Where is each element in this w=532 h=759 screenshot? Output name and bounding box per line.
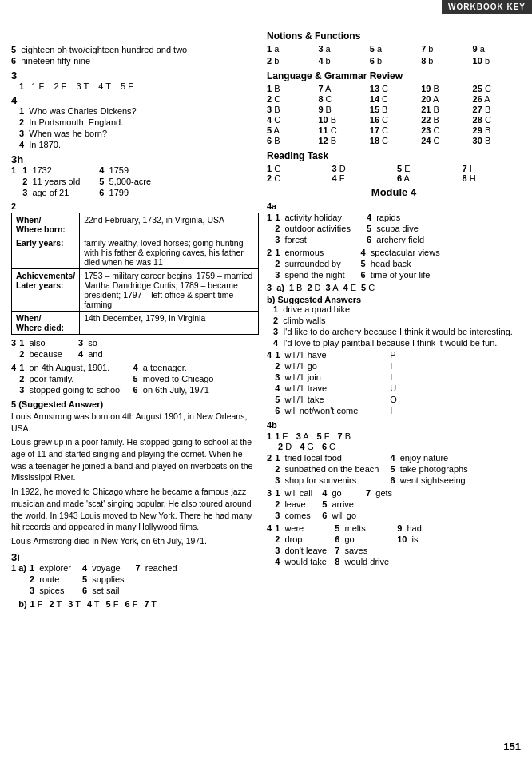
m4b-2: 2 1 tried local food 2 sunbathed on the … xyxy=(267,453,521,487)
m4b-label: 4b xyxy=(267,420,277,430)
s3h-3-num: 3 xyxy=(11,338,16,360)
m4a-3-row: 3 a) 1 B 2 D 3 A 4 E 5 C xyxy=(267,283,521,292)
m4b-4-col3: 9 had 10 is xyxy=(397,523,422,568)
m4b-3-cols: 1 will call 2 leave 3 comes 4 go 5 arriv… xyxy=(275,488,392,522)
achievements-value: 1753 – military career begins; 1759 – ma… xyxy=(80,269,259,312)
table-row-born: When/Where born: 22nd February, 1732, in… xyxy=(12,213,259,236)
m4a-3b-label: b) Suggested Answers xyxy=(267,295,521,304)
achievements-label: Achievements/Later years: xyxy=(12,269,80,312)
lang-row5: 5 A 11 C 17 C 23 C 29 B xyxy=(267,125,521,135)
m4b-3-col1: 1 will call 2 leave 3 comes xyxy=(275,488,312,522)
m4a-4: 4 1 will/'ll have 2 will/'ll go 3 will/'… xyxy=(267,350,521,417)
lang-section: Language & Grammar Review 1 B 7 A 13 C 1… xyxy=(267,70,521,145)
born-value: 22nd February, 1732, in Virginia, USA xyxy=(80,213,259,236)
s3i-1-wrapper: 1 a) xyxy=(11,563,26,597)
m4b-4-col2: 5 melts 6 go 7 saves 8 would drive xyxy=(335,523,389,568)
para-3: In 1922, he moved to Chicago where he be… xyxy=(11,486,259,533)
m4b-1: 1 1 E 3 A 5 F 7 B xyxy=(267,431,521,441)
notions-title: Notions & Functions xyxy=(267,30,521,42)
s3h-4-cols: 1 on 4th August, 1901. 2 poor family. 3 … xyxy=(19,363,213,396)
para-4: Louis Armstrong died in New York, on 6th… xyxy=(11,535,259,547)
died-label: When/Where died: xyxy=(12,312,80,335)
table-row-achievements: Achievements/Later years: 1753 – militar… xyxy=(12,269,259,312)
s3h-1-right: 4 1759 5 5,000-acre 6 1799 xyxy=(99,165,151,199)
s3i-1-num: 1 xyxy=(11,563,16,573)
reading-grid: 1 G 3 D 5 E 7 I 2 C 4 F 6 A 8 H xyxy=(267,164,521,183)
section-5: 5 (Suggested Answer) Louis Armstrong was… xyxy=(11,399,259,547)
reading-row2: 2 C 4 F 6 A 8 H xyxy=(267,173,521,183)
s3i-1b-answers: 1 F 2 T 3 T 4 T 5 F 6 F 7 T xyxy=(30,599,157,609)
s3i-1a-col1: 1 explorer 2 route 3 spices xyxy=(30,563,71,597)
suggested-content: Louis Armstrong was born on 4th August 1… xyxy=(11,411,259,547)
m4b-4: 4 1 were 2 drop 3 don't leave 4 would ta… xyxy=(267,523,521,568)
lang-row4: 4 C 10 B 16 C 22 B 28 C xyxy=(267,115,521,125)
section-4: 4 1 Who was Charles Dickens? 2 In Portsm… xyxy=(11,94,259,149)
item6-text: nineteen fifty-nine xyxy=(21,56,90,66)
m4b-4-cols: 1 were 2 drop 3 don't leave 4 would take… xyxy=(275,523,422,568)
m4b-1-row2: 2 D 4 G 6 C xyxy=(278,442,521,451)
section4-content: 1 Who was Charles Dickens? 2 In Portsmou… xyxy=(11,106,259,149)
page: WORKBOOK KEY 5 eighteen oh two/eighteen … xyxy=(0,0,532,759)
table-row-died: When/Where died: 14th December, 1799, in… xyxy=(12,312,259,335)
died-value: 14th December, 1799, in Virginia xyxy=(80,312,259,335)
section-3i: 3i 1 a) 1 explorer 2 route 3 spices xyxy=(11,551,259,609)
m4a-3: 3 a) 1 B 2 D 3 A 4 E 5 C xyxy=(267,283,521,292)
lang-row2: 2 C 8 C 14 C 20 A 26 A xyxy=(267,94,521,104)
s4-4: 4 In 1870. xyxy=(19,140,259,149)
m4a-2-col2: 4 spectacular views 5 head back 6 time o… xyxy=(361,248,440,281)
s3-answers: 1 F 2 F 3 T 4 T 5 F xyxy=(31,81,133,91)
s3i-1a-label: a) xyxy=(18,563,26,573)
s3h-1: 1 1 1732 2 11 years old 3 age of 21 4 17… xyxy=(11,165,259,199)
s3i-1a-cols: 1 explorer 2 route 3 spices 4 voyage 5 s… xyxy=(30,563,177,597)
s4-2: 2 In Portsmouth, England. xyxy=(19,117,259,127)
page-number: 151 xyxy=(503,741,521,753)
m4b-3: 3 1 will call 2 leave 3 comes 4 go 5 arr… xyxy=(267,488,521,522)
section3h-label: 3h xyxy=(11,153,23,165)
m4a-section: 4a 1 1 activity holiday 2 outdoor activi… xyxy=(267,201,521,417)
top-items: 5 eighteen oh two/eighteen hundred and t… xyxy=(11,45,259,66)
module4-section: Module 4 4a 1 1 activity holiday 2 outdo… xyxy=(267,186,521,568)
s3h-3-cols: 1 also 2 because 3 so 4 and xyxy=(19,338,102,360)
module-title: Module 4 xyxy=(267,186,521,198)
m4a-1: 1 1 activity holiday 2 outdoor activitie… xyxy=(267,213,521,246)
m4b-section: 4b 1 1 E 3 A 5 F 7 B 2 D 4 G xyxy=(267,420,521,568)
m4a-4-col: 1 will/'ll have 2 will/'ll go 3 will/'ll… xyxy=(275,350,397,417)
s3h-3-col1: 1 also 2 because xyxy=(19,338,62,360)
early-label: Early years: xyxy=(12,236,80,269)
lang-grid: 1 B 7 A 13 C 19 B 25 C 2 C 8 C 14 C 20 A… xyxy=(267,84,521,145)
item-6: 6 nineteen fifty-nine xyxy=(11,56,259,66)
m4a-3b: b) Suggested Answers 1 drive a quad bike… xyxy=(267,295,521,348)
lang-title: Language & Grammar Review xyxy=(267,70,521,81)
lang-row3: 3 B 9 B 15 B 21 B 27 B xyxy=(267,105,521,114)
m4b-2-col2: 4 enjoy nature 5 take photographs 6 went… xyxy=(390,453,467,487)
workbook-key-banner: WORKBOOK KEY xyxy=(442,0,532,14)
s3h-4-col2: 4 a teenager. 5 moved to Chicago 6 on 6t… xyxy=(133,363,214,396)
m4b-2-cols: 1 tried local food 2 sunbathed on the be… xyxy=(275,453,468,487)
s3i-1a-col3: 7 reached xyxy=(136,563,177,597)
table-row-early: Early years: family wealthy, loved horse… xyxy=(12,236,259,269)
para-1: Louis Armstrong was born on 4th August 1… xyxy=(11,411,259,434)
s3h-4-num: 4 xyxy=(11,363,16,396)
s3h-3: 3 1 also 2 because 3 so 4 and xyxy=(11,338,259,360)
para-2: Louis grew up in a poor family. He stopp… xyxy=(11,436,259,483)
lang-row6: 6 B 12 B 18 C 24 C 30 B xyxy=(267,136,521,145)
early-value: family wealthy, loved horses; going hunt… xyxy=(80,236,259,269)
washington-table: When/Where born: 22nd February, 1732, in… xyxy=(11,213,259,335)
notions-section: Notions & Functions 1 a 3 a 5 a 7 b 9 a … xyxy=(267,30,521,66)
section3i-label: 3i xyxy=(11,551,20,563)
s3i-1a: 1 a) 1 explorer 2 route 3 spices 4 voyag… xyxy=(11,563,259,597)
born-label: When/Where born: xyxy=(12,213,80,236)
m4a-1-cols: 1 activity holiday 2 outdoor activities … xyxy=(275,213,424,246)
m4b-3-col3: 7 gets xyxy=(366,488,392,522)
m4b-3-col2: 4 go 5 arrive 6 will go xyxy=(322,488,356,522)
s4-1: 1 Who was Charles Dickens? xyxy=(19,106,259,116)
lang-row1: 1 B 7 A 13 C 19 B 25 C xyxy=(267,84,521,93)
item5-text: eighteen oh two/eighteen hundred and two xyxy=(21,45,187,54)
s3h-1-num: 1 xyxy=(11,165,16,199)
left-column: 5 eighteen oh two/eighteen hundred and t… xyxy=(11,26,259,611)
s3h-2-num: 2 xyxy=(11,201,16,211)
s3h-4: 4 1 on 4th August, 1901. 2 poor family. … xyxy=(11,363,259,396)
m4a-2-cols: 1 enormous 2 surrounded by 3 spend the n… xyxy=(275,248,440,281)
suggested-label: 5 (Suggested Answer) xyxy=(11,399,259,409)
m4a-4-content: 4 1 will/'ll have 2 will/'ll go 3 will/'… xyxy=(267,350,521,417)
